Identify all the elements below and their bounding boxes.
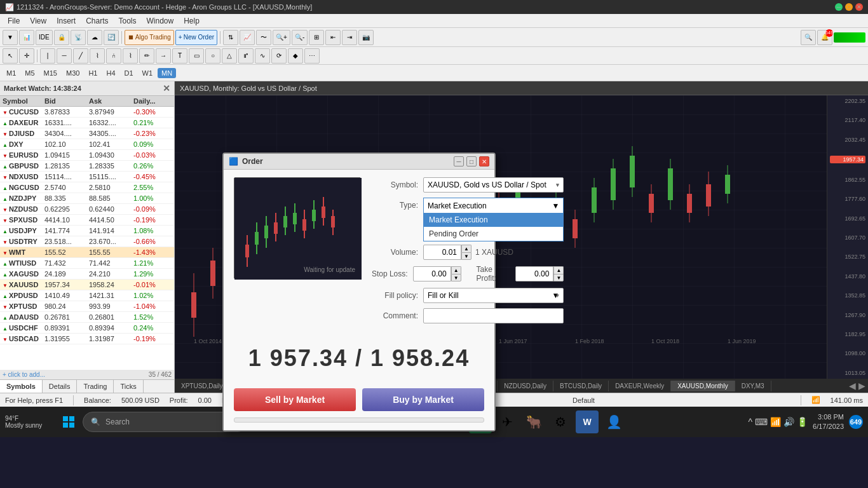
taskbar-chrome[interactable]: ⚙: [549, 410, 572, 433]
toolbar-scroll-left[interactable]: ⇤: [325, 30, 341, 45]
market-watch-row[interactable]: NZDJPY 88.335 88.585 1.00%: [0, 193, 174, 204]
market-watch-row[interactable]: DXY 102.10 102.41 0.09%: [0, 139, 174, 150]
take-profit-input[interactable]: [515, 266, 553, 281]
market-watch-row[interactable]: DAXEUR 16331.... 16332.... 0.21%: [0, 118, 174, 128]
volume-up[interactable]: ▲: [461, 245, 471, 252]
chart-tab-nzdusd[interactable]: NZDUSD,Daily: [498, 381, 553, 391]
chart-scroll-right[interactable]: ▶: [858, 381, 865, 391]
taskbar-mt5[interactable]: 🐂: [522, 410, 545, 433]
tool-vertical-line[interactable]: |: [40, 48, 55, 64]
tp-up[interactable]: ▲: [553, 266, 564, 274]
sl-down[interactable]: ▼: [451, 274, 461, 281]
toolbar-lock[interactable]: 🔒: [54, 30, 69, 45]
taskbar-word[interactable]: W: [576, 410, 599, 433]
tf-w1[interactable]: W1: [139, 68, 157, 78]
toolbar-search[interactable]: 🔍: [801, 30, 816, 45]
menu-tools[interactable]: Tools: [114, 15, 142, 27]
toolbar-chart-type[interactable]: 📊: [19, 30, 34, 45]
toolbar-wave[interactable]: 〜: [256, 30, 271, 45]
tray-wifi[interactable]: 📶: [770, 417, 781, 427]
mw-tab-details[interactable]: Details: [43, 380, 78, 393]
mw-tab-symbols[interactable]: Symbols: [0, 380, 43, 393]
tool-channel[interactable]: ⌇: [90, 48, 105, 64]
toolbar-grid[interactable]: ⊞: [309, 30, 324, 45]
market-watch-row[interactable]: USDCAD 1.31955 1.31987 -0.19%: [0, 334, 174, 344]
close-button[interactable]: ✕: [855, 3, 863, 11]
market-watch-row[interactable]: XAUUSD 1957.34 1958.24 -0.01%: [0, 280, 174, 290]
dialog-minimize[interactable]: ─: [454, 156, 464, 166]
tool-more[interactable]: ⋯: [304, 48, 320, 64]
chart-tab-xauusd[interactable]: XAUUSD,Monthly: [671, 381, 735, 391]
chart-scroll-left[interactable]: ◀: [849, 381, 856, 391]
market-watch-row[interactable]: USDTRY 23.518... 23.670... -0.66%: [0, 236, 174, 247]
tray-battery[interactable]: 🔋: [797, 417, 808, 427]
type-option-market[interactable]: Market Execution: [424, 213, 563, 227]
menu-file[interactable]: File: [3, 15, 25, 27]
tool-text[interactable]: T: [172, 48, 187, 64]
toolbar-zoom-out[interactable]: 🔍-: [292, 30, 308, 45]
toolbar-scroll-right[interactable]: ⇥: [342, 30, 357, 45]
buy-by-market-button[interactable]: Buy by Market: [362, 388, 484, 411]
chart-tab-daxeur[interactable]: DAXEUR,Weekly: [609, 381, 671, 391]
market-watch-row[interactable]: USDCHF 0.89391 0.89394 0.24%: [0, 323, 174, 334]
menu-help[interactable]: Help: [179, 15, 205, 27]
tool-arrow[interactable]: →: [156, 48, 171, 64]
type-dropdown-header[interactable]: Market Execution ▼: [423, 198, 564, 213]
volume-input[interactable]: [423, 245, 461, 260]
tool-pitchfork[interactable]: ⑃: [106, 48, 121, 64]
comment-input[interactable]: [423, 308, 564, 323]
type-option-pending[interactable]: Pending Order: [424, 227, 563, 241]
algo-trading-button[interactable]: ⏹ Algo Trading: [125, 30, 174, 45]
chart-tab-xptusd[interactable]: XPTUSD,Daily: [175, 381, 230, 391]
tool-trendline[interactable]: ╱: [73, 48, 88, 64]
tf-mn[interactable]: MN: [158, 68, 176, 78]
tf-m5[interactable]: M5: [21, 68, 38, 78]
tool-rect[interactable]: ▭: [189, 48, 204, 64]
tool-cycle[interactable]: ⟳: [271, 48, 287, 64]
add-symbol[interactable]: + click to add...: [3, 371, 45, 378]
taskbar-telegram[interactable]: ✈: [496, 410, 519, 433]
toolbar-indicators[interactable]: 📈: [240, 30, 255, 45]
market-watch-row[interactable]: WTIUSD 71.432 71.442 1.21%: [0, 258, 174, 269]
market-watch-row[interactable]: ADAUSD 0.26781 0.26801 1.52%: [0, 312, 174, 323]
notification-center[interactable]: 649: [849, 415, 863, 429]
stop-loss-input[interactable]: [413, 266, 451, 281]
sl-up[interactable]: ▲: [451, 266, 461, 274]
market-watch-row[interactable]: GBPUSD 1.28135 1.28335 0.26%: [0, 161, 174, 172]
market-watch-row[interactable]: NZDUSD 0.62295 0.62440 -0.09%: [0, 204, 174, 215]
toolbar-camera[interactable]: 📷: [358, 30, 374, 45]
tf-d1[interactable]: D1: [121, 68, 137, 78]
market-watch-row[interactable]: USDJPY 141.774 141.914 1.08%: [0, 226, 174, 236]
menu-window[interactable]: Window: [142, 15, 179, 27]
taskbar-avatar[interactable]: 👤: [602, 410, 625, 433]
maximize-button[interactable]: □: [845, 3, 853, 11]
tf-m1[interactable]: M1: [3, 68, 20, 78]
toolbar-signal[interactable]: 📡: [71, 30, 86, 45]
toolbar-zoom-in[interactable]: 🔍+: [273, 30, 290, 45]
chart-tab-dxy[interactable]: DXY,M3: [735, 381, 771, 391]
minimize-button[interactable]: ─: [835, 3, 843, 11]
toolbar-dropdown[interactable]: ▼: [3, 30, 18, 45]
tool-triangle[interactable]: △: [222, 48, 237, 64]
title-bar-controls[interactable]: ─ □ ✕: [835, 3, 863, 11]
dialog-maximize[interactable]: □: [466, 156, 477, 166]
mw-tab-ticks[interactable]: Ticks: [114, 380, 143, 393]
market-watch-row[interactable]: CUCUSD 3.87833 3.87949 -0.30%: [0, 107, 174, 118]
tp-down[interactable]: ▼: [553, 274, 564, 281]
tray-keyboard[interactable]: ⌨: [755, 417, 768, 427]
start-button[interactable]: [57, 410, 80, 433]
market-watch-row[interactable]: NGCUSD 2.5740 2.5810 2.55%: [0, 182, 174, 193]
market-watch-row[interactable]: SPXUSD 4414.10 4414.50 -0.19%: [0, 215, 174, 226]
market-watch-row[interactable]: XPDUSD 1410.49 1421.31 1.02%: [0, 290, 174, 301]
tool-shapes[interactable]: ◆: [288, 48, 303, 64]
tool-wave[interactable]: ∿: [255, 48, 270, 64]
market-watch-row[interactable]: NDXUSD 15114.... 15115.... -0.45%: [0, 172, 174, 182]
market-watch-row[interactable]: EURUSD 1.09415 1.09430 -0.03%: [0, 150, 174, 161]
chart-tab-btcusd[interactable]: BTCUSD,Daily: [553, 381, 609, 391]
market-watch-row[interactable]: WMT 155.52 155.55 -1.43%: [0, 247, 174, 258]
tool-horizontal-line[interactable]: ─: [57, 48, 72, 64]
tray-volume[interactable]: 🔊: [783, 417, 794, 427]
new-order-button[interactable]: + New Order: [175, 30, 217, 45]
dialog-close[interactable]: ✕: [479, 156, 489, 166]
menu-charts[interactable]: Charts: [81, 15, 113, 27]
